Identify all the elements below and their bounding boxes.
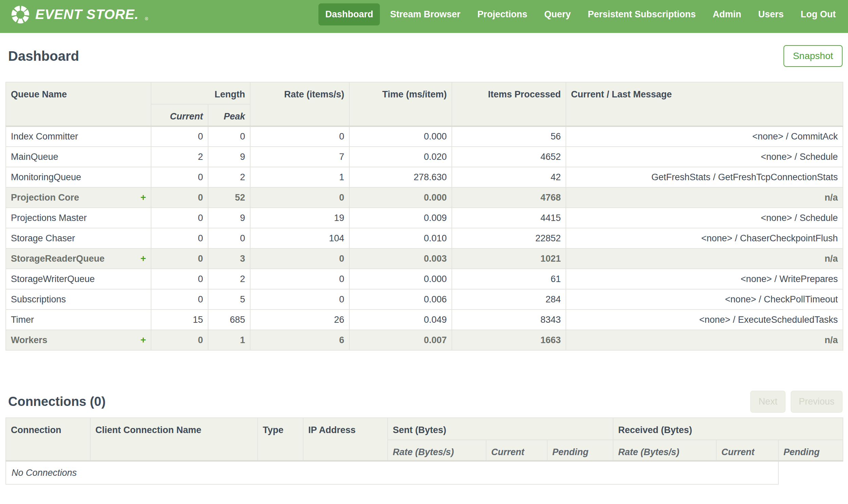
queues-table: Queue Name Length Rate (items/s) Time (m…: [5, 82, 843, 350]
queue-table-row: Timer 15 685 26 0.049 8343 <none> / Exec…: [6, 309, 843, 330]
queue-message-cell: n/a: [566, 330, 843, 350]
nav-item-dashboard[interactable]: Dashboard: [319, 3, 380, 25]
queue-rate-cell: 104: [250, 228, 349, 249]
queue-table-row: Index Committer 0 0 0 0.000 56 <none> / …: [6, 126, 843, 147]
queue-message-cell: n/a: [566, 187, 843, 208]
queue-time-cell: 0.007: [349, 330, 452, 350]
col-header-client-connection-name: Client Connection Name: [90, 418, 258, 461]
queue-length-peak-cell: 9: [208, 208, 250, 228]
queue-name-cell: Index Committer: [6, 126, 151, 147]
col-header-sent-current: Current: [486, 440, 547, 461]
col-header-type: Type: [258, 418, 303, 461]
nav-items: Dashboard Stream Browser Projections Que…: [319, 3, 843, 25]
queue-items-processed-cell: 4768: [452, 187, 566, 208]
queue-items-processed-cell: 1021: [452, 249, 566, 269]
main-content: Dashboard Snapshot Queue Name Length Rat…: [0, 45, 848, 485]
queue-items-processed-cell: 4652: [452, 147, 566, 167]
queue-length-peak-cell: 685: [208, 309, 250, 330]
queue-name-cell: StorageWriterQueue: [6, 269, 151, 289]
col-header-received-current: Current: [716, 440, 778, 461]
queue-length-current-cell: 0: [151, 289, 208, 309]
registered-mark: ®: [145, 16, 148, 24]
nav-item-users[interactable]: Users: [751, 3, 790, 25]
col-header-sent-pending: Pending: [547, 440, 613, 461]
queue-name-cell: StorageReaderQueue +: [6, 249, 151, 269]
queue-table-row: Workers + 0 1 6 0.007 1663 n/a: [6, 330, 843, 350]
nav-item-admin[interactable]: Admin: [706, 3, 748, 25]
no-connections-row: No Connections: [6, 461, 843, 484]
queue-rate-cell: 26: [250, 309, 349, 330]
queue-message-cell: <none> / ExecuteScheduledTasks: [566, 309, 843, 330]
queue-items-processed-cell: 8343: [452, 309, 566, 330]
col-header-time: Time (ms/item): [349, 82, 452, 126]
brand[interactable]: EVENT STORE. ®: [5, 5, 148, 24]
queue-rate-cell: 0: [250, 249, 349, 269]
queue-message-cell: <none> / Schedule: [566, 147, 843, 167]
empty-spacer-cell: [778, 461, 843, 484]
queue-name: Subscriptions: [11, 294, 66, 305]
queue-time-cell: 0.000: [349, 269, 452, 289]
queue-message-cell: <none> / ChaserCheckpointFlush: [566, 228, 843, 249]
queue-name: Storage Chaser: [11, 233, 75, 244]
queue-items-processed-cell: 42: [452, 167, 566, 187]
page-header: Dashboard Snapshot: [5, 45, 843, 67]
queue-length-current-cell: 0: [151, 167, 208, 187]
queue-length-peak-cell: 2: [208, 269, 250, 289]
expand-plus-icon[interactable]: +: [141, 335, 146, 345]
queue-table-row: Subscriptions 0 5 0 0.006 284 <none> / C…: [6, 289, 843, 309]
queue-length-current-cell: 0: [151, 187, 208, 208]
queue-length-peak-cell: 52: [208, 187, 250, 208]
nav-item-persistent-subscriptions[interactable]: Persistent Subscriptions: [581, 3, 702, 25]
connections-table: Connection Client Connection Name Type I…: [5, 417, 843, 485]
snapshot-button[interactable]: Snapshot: [783, 45, 843, 67]
queue-rate-cell: 0: [250, 269, 349, 289]
queue-length-peak-cell: 0: [208, 126, 250, 147]
col-header-received: Received (Bytes): [613, 418, 843, 440]
queue-name: StorageReaderQueue: [11, 253, 105, 264]
nav-item-query[interactable]: Query: [537, 3, 577, 25]
nav-item-projections[interactable]: Projections: [470, 3, 534, 25]
queue-length-current-cell: 0: [151, 330, 208, 350]
queue-message-cell: <none> / CheckPollTimeout: [566, 289, 843, 309]
queue-name: Index Committer: [11, 131, 78, 142]
next-button[interactable]: Next: [750, 391, 786, 413]
col-header-length: Length: [151, 82, 250, 104]
nav-item-stream-browser[interactable]: Stream Browser: [383, 3, 467, 25]
queue-time-cell: 0.049: [349, 309, 452, 330]
queues-table-body: Index Committer 0 0 0 0.000 56 <none> / …: [6, 126, 843, 350]
queue-name-cell: MonitoringQueue: [6, 167, 151, 187]
col-header-queue-name: Queue Name: [6, 82, 151, 126]
queue-items-processed-cell: 1663: [452, 330, 566, 350]
page-title: Dashboard: [5, 49, 79, 64]
queue-length-current-cell: 0: [151, 228, 208, 249]
no-connections-message: No Connections: [6, 461, 778, 484]
expand-plus-icon[interactable]: +: [141, 192, 146, 203]
queue-rate-cell: 6: [250, 330, 349, 350]
queue-time-cell: 0.009: [349, 208, 452, 228]
col-header-ip-address: IP Address: [303, 418, 388, 461]
previous-button[interactable]: Previous: [791, 391, 843, 413]
queue-table-row: StorageWriterQueue 0 2 0 0.000 61 <none>…: [6, 269, 843, 289]
queue-name-cell: Timer: [6, 309, 151, 330]
pager: Next Previous: [750, 391, 843, 413]
queue-time-cell: 0.000: [349, 126, 452, 147]
col-header-sent-rate: Rate (Bytes/s): [388, 440, 486, 461]
queue-length-current-cell: 0: [151, 126, 208, 147]
queue-name: Timer: [11, 314, 34, 325]
queue-name: MainQueue: [11, 152, 58, 162]
queue-time-cell: 0.003: [349, 249, 452, 269]
col-header-received-rate: Rate (Bytes/s): [613, 440, 716, 461]
nav-item-log-out[interactable]: Log Out: [794, 3, 843, 25]
queue-table-row: Projections Master 0 9 19 0.009 4415 <no…: [6, 208, 843, 228]
queue-items-processed-cell: 22852: [452, 228, 566, 249]
queue-name: Projections Master: [11, 213, 87, 223]
queue-rate-cell: 0: [250, 126, 349, 147]
queue-time-cell: 0.020: [349, 147, 452, 167]
queue-length-current-cell: 0: [151, 249, 208, 269]
queue-time-cell: 0.010: [349, 228, 452, 249]
queue-time-cell: 0.000: [349, 187, 452, 208]
expand-plus-icon[interactable]: +: [141, 253, 146, 264]
queue-name-cell: Projection Core +: [6, 187, 151, 208]
queue-length-current-cell: 2: [151, 147, 208, 167]
queue-table-row: StorageReaderQueue + 0 3 0 0.003 1021 n/…: [6, 249, 843, 269]
